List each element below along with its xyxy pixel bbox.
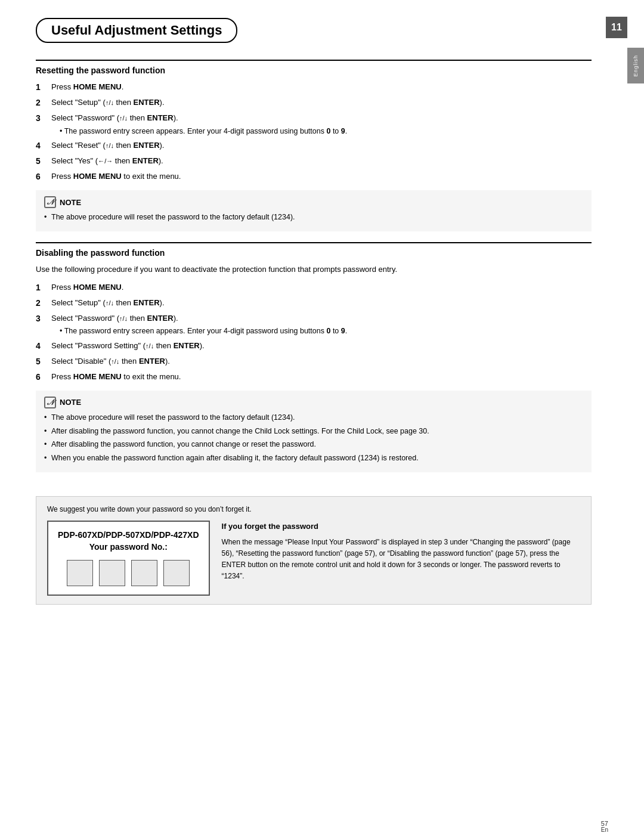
section-disabling: Disabling the password function Use the … [36,242,592,472]
note-header-2: 𝒩 NOTE [44,397,583,408]
language-label: English [633,55,639,77]
note-item-2-3: After disabling the password function, y… [44,439,583,450]
forget-password-body: When the message “Please Input Your Pass… [222,537,580,583]
note-item-2-1: The above procedure will reset the passw… [44,412,583,423]
note-icon-1: 𝒩 [44,196,56,208]
bottom-columns: PDP-607XD/PDP-507XD/PDP-427XD Your passw… [47,521,580,596]
password-digit-1 [67,560,93,586]
note-box-1: 𝒩 NOTE The above procedure will reset th… [36,190,592,231]
note-list-2: The above procedure will reset the passw… [44,412,583,464]
step-1-3-sub: The password entry screen appears. Enter… [51,126,592,137]
bottom-info-box: We suggest you write down your password … [36,496,592,605]
step-1-6: 6 Press HOME MENU to exit the menu. [36,171,592,183]
note-header-1: 𝒩 NOTE [44,196,583,208]
password-card: PDP-607XD/PDP-507XD/PDP-427XD Your passw… [47,521,210,596]
step-2-3: 3 Select "Password" (↑/↓ then ENTER). Th… [36,312,592,337]
step-2-4: 4 Select "Password Setting" (↑/↓ then EN… [36,340,592,352]
step-1-2: 2 Select "Setup" (↑/↓ then ENTER). [36,97,592,109]
step-1-3: 3 Select "Password" (↑/↓ then ENTER). Th… [36,112,592,137]
section-resetting: Resetting the password function 1 Press … [36,60,592,231]
bottom-info-intro: We suggest you write down your password … [47,505,580,513]
section2-heading: Disabling the password function [36,242,592,258]
step-2-3-sub: The password entry screen appears. Enter… [51,326,592,337]
title-bar: Useful Adjustment Settings [36,18,592,43]
password-card-title: PDP-607XD/PDP-507XD/PDP-427XD [58,530,199,540]
step-2-1: 1 Press HOME MENU. [36,281,592,294]
step-1-5: 5 Select "Yes" (←/→ then ENTER). [36,155,592,168]
note-list-1: The above procedure will reset the passw… [44,212,583,223]
note-icon-2: 𝒩 [44,397,56,408]
section2-intro: Use the following procedure if you want … [36,264,592,275]
password-digit-4 [163,560,190,586]
section1-heading: Resetting the password function [36,60,592,75]
password-digit-3 [131,560,157,586]
page-title: Useful Adjustment Settings [36,18,237,43]
step-1-4: 4 Select "Reset" (↑/↓ then ENTER). [36,140,592,152]
note-item-1-1: The above procedure will reset the passw… [44,212,583,223]
note-box-2: 𝒩 NOTE The above procedure will reset th… [36,391,592,472]
section1-steps: 1 Press HOME MENU. 2 Select "Setup" (↑/↓… [36,81,592,183]
language-sidebar: English [627,48,644,83]
password-digit-2 [99,560,125,586]
main-content: Useful Adjustment Settings Resetting the… [0,0,627,839]
step-2-6: 6 Press HOME MENU to exit the menu. [36,371,592,383]
password-boxes [58,560,199,586]
step-2-5: 5 Select "Disable" (↑/↓ then ENTER). [36,355,592,368]
note-item-2-4: When you enable the password function ag… [44,453,583,464]
section2-steps: 1 Press HOME MENU. 2 Select "Setup" (↑/↓… [36,281,592,383]
forget-password-section: If you forget the password When the mess… [222,521,580,596]
password-card-subtitle: Your password No.: [58,542,199,552]
step-2-2: 2 Select "Setup" (↑/↓ then ENTER). [36,297,592,309]
step-1-1: 1 Press HOME MENU. [36,81,592,94]
forget-password-title: If you forget the password [222,521,580,533]
note-item-2-2: After disabling the password function, y… [44,426,583,437]
bottom-en-label: En [601,826,608,833]
